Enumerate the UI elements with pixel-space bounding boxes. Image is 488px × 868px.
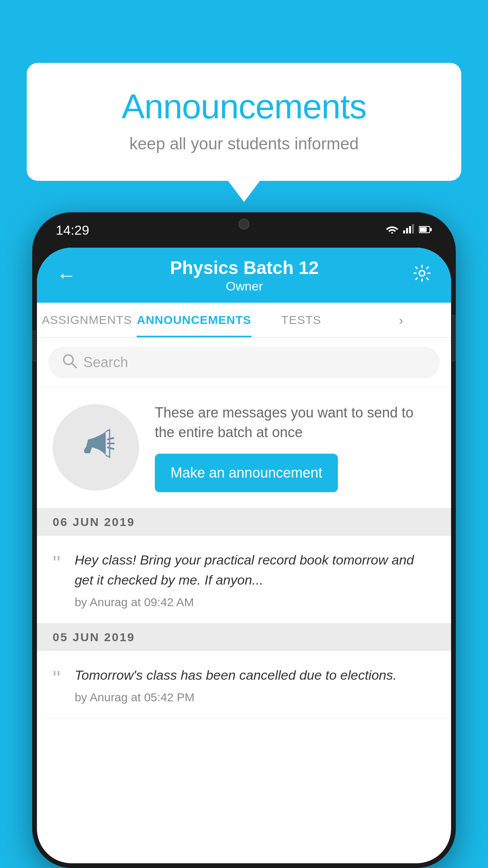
search-bar[interactable]: Search	[48, 347, 440, 378]
signal-icon	[403, 224, 414, 236]
announcement-cta: These are messages you want to send to t…	[37, 387, 451, 508]
svg-rect-2	[406, 228, 408, 234]
phone-frame: 14:29	[32, 212, 456, 868]
announcement-content-2: Tomorrow's class has been cancelled due …	[75, 665, 435, 704]
tab-announcements[interactable]: ANNOUNCEMENTS	[137, 303, 251, 337]
svg-rect-7	[430, 228, 432, 231]
wifi-icon	[386, 224, 398, 236]
announcement-text-2: Tomorrow's class has been cancelled due …	[75, 665, 435, 685]
announcement-item-1[interactable]: " Hey class! Bring your practical record…	[37, 536, 451, 623]
header-center: Physics Batch 12 Owner	[170, 257, 319, 294]
announcement-description: These are messages you want to send to t…	[155, 403, 435, 443]
date-separator-1: 06 JUN 2019	[37, 508, 451, 536]
make-announcement-button[interactable]: Make an announcement	[155, 454, 338, 492]
settings-button[interactable]	[413, 264, 431, 287]
speech-bubble: Announcements keep all your students inf…	[27, 63, 461, 181]
back-button[interactable]: ←	[57, 264, 76, 287]
search-placeholder: Search	[83, 354, 128, 371]
announcement-item-2[interactable]: " Tomorrow's class has been cancelled du…	[37, 651, 451, 719]
announcement-content-1: Hey class! Bring your practical record b…	[75, 550, 435, 609]
megaphone-icon	[76, 424, 116, 471]
header-title: Physics Batch 12	[170, 257, 319, 278]
speech-bubble-subtitle: keep all your students informed	[50, 134, 438, 153]
quote-icon: "	[53, 552, 61, 574]
announcement-meta-1: by Anurag at 09:42 AM	[75, 596, 435, 609]
volume-button-right	[452, 314, 456, 362]
svg-rect-3	[409, 226, 411, 234]
svg-line-13	[108, 447, 114, 449]
date-separator-2: 05 JUN 2019	[37, 623, 451, 651]
speech-bubble-container: Announcements keep all your students inf…	[27, 63, 461, 181]
status-icons	[386, 224, 432, 236]
announcement-meta-2: by Anurag at 05:42 PM	[75, 691, 435, 704]
status-time: 14:29	[56, 223, 89, 238]
camera-lens	[238, 219, 250, 230]
header-subtitle: Owner	[170, 279, 319, 294]
svg-rect-4	[412, 224, 414, 234]
quote-icon-2: "	[53, 668, 61, 690]
announcement-icon-circle	[53, 404, 139, 491]
status-bar: 14:29	[32, 212, 456, 248]
speech-bubble-title: Announcements	[50, 86, 438, 127]
announcement-cta-right: These are messages you want to send to t…	[155, 403, 435, 492]
svg-line-11	[108, 438, 114, 440]
announcement-text-1: Hey class! Bring your practical record b…	[75, 550, 435, 590]
tab-assignments[interactable]: ASSIGNMENTS	[37, 303, 137, 337]
tab-tests[interactable]: TESTS	[251, 303, 351, 337]
tab-more[interactable]: ›	[351, 303, 451, 337]
svg-rect-1	[403, 230, 405, 234]
search-container: Search	[37, 338, 451, 387]
svg-line-10	[72, 363, 76, 368]
search-icon	[62, 353, 77, 372]
phone-notch	[205, 212, 283, 236]
tabs-bar: ASSIGNMENTS ANNOUNCEMENTS TESTS ›	[37, 303, 451, 338]
app-header: ← Physics Batch 12 Owner	[37, 248, 451, 303]
battery-icon	[419, 224, 432, 236]
svg-rect-6	[420, 227, 427, 232]
svg-point-8	[419, 270, 425, 276]
phone-screen: ← Physics Batch 12 Owner ASSIGNMENTS ANN…	[37, 248, 451, 863]
volume-button-left	[32, 330, 36, 362]
svg-point-0	[391, 232, 393, 234]
